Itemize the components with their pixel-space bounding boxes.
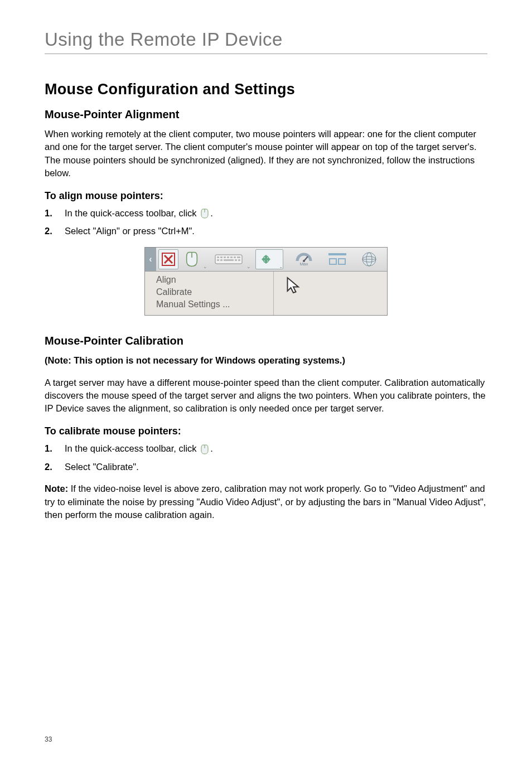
mouse-icon [201, 209, 209, 219]
close-icon [161, 252, 176, 267]
svg-rect-25 [330, 259, 336, 264]
step-text-post: . [210, 443, 213, 453]
step-number: 1. [45, 206, 65, 220]
video-adjust-icon [258, 253, 274, 266]
menu-item-manual-settings[interactable]: Manual Settings ... [145, 298, 273, 311]
svg-rect-11 [234, 256, 236, 258]
performance-icon [296, 252, 312, 262]
svg-rect-14 [220, 259, 223, 261]
mouse-icon [201, 444, 209, 454]
align-steps-list: 1. In the quick-access toolbar, click . … [45, 206, 487, 239]
mouse-settings-button[interactable]: ⌄ [183, 249, 207, 269]
header-divider [45, 54, 487, 54]
step-number: 1. [45, 442, 65, 456]
svg-rect-8 [224, 256, 226, 258]
fullscreen-button[interactable] [325, 249, 354, 269]
svg-rect-7 [220, 256, 223, 258]
svg-rect-10 [230, 256, 233, 258]
svg-rect-24 [328, 253, 346, 255]
alignment-heading: Mouse-Pointer Alignment [45, 108, 487, 121]
note-label: Note: [45, 483, 68, 493]
chevron-down-icon: ⌄ [279, 264, 283, 269]
calibrate-step-1: 1. In the quick-access toolbar, click . [45, 442, 487, 456]
calibration-note-bold: (Note: This option is not necessary for … [45, 354, 487, 367]
collapse-handle-icon[interactable]: ‹ [145, 248, 156, 271]
keyboard-icon [215, 253, 243, 265]
align-steps-heading: To align mouse pointers: [45, 190, 487, 202]
step-number: 2. [45, 460, 65, 474]
menu-item-align[interactable]: Align [145, 274, 273, 286]
step-text: Select "Align" or press "Ctrl+M". [65, 224, 195, 238]
align-step-2: 2. Select "Align" or press "Ctrl+M". [45, 224, 487, 238]
step-text-pre: In the quick-access toolbar, click [65, 208, 199, 218]
alignment-paragraph: When working remotely at the client comp… [45, 128, 487, 180]
menu-item-calibrate[interactable]: Calibrate [145, 286, 273, 298]
step-number: 2. [45, 224, 65, 238]
globe-icon [361, 251, 378, 268]
performance-button[interactable]: Max [288, 249, 320, 269]
note-body: If the video-noise level is above zero, … [45, 483, 486, 520]
calibrate-step-2: 2. Select "Calibrate". [45, 460, 487, 474]
svg-rect-13 [217, 259, 219, 261]
quick-access-toolbar: ‹ ⌄ [145, 248, 387, 272]
chevron-down-icon: ⌄ [203, 264, 207, 269]
svg-rect-17 [238, 259, 240, 261]
svg-rect-16 [235, 259, 237, 261]
svg-rect-12 [237, 256, 240, 258]
mouse-dropdown-menu: Align Calibrate Manual Settings ... [145, 272, 387, 315]
step-text-post: . [210, 208, 213, 218]
svg-rect-26 [338, 259, 345, 264]
calibration-heading: Mouse-Pointer Calibration [45, 335, 487, 347]
toolbar-figure: ‹ ⌄ [45, 247, 487, 316]
section-header: Using the Remote IP Device [45, 29, 487, 50]
close-session-button[interactable] [158, 249, 178, 269]
fullscreen-icon [327, 252, 347, 267]
cursor-icon [285, 276, 302, 296]
page-number: 33 [45, 735, 52, 743]
calibrate-steps-heading: To calibrate mouse pointers: [45, 425, 487, 437]
network-button[interactable] [358, 249, 385, 269]
mouse-icon [186, 251, 198, 267]
calibration-paragraph: A target server may have a different mou… [45, 376, 487, 415]
calibration-footnote: Note: If the video-noise level is above … [45, 482, 487, 521]
step-text: Select "Calibrate". [65, 460, 139, 474]
performance-label: Max [299, 262, 308, 267]
align-step-1: 1. In the quick-access toolbar, click . [45, 206, 487, 220]
svg-rect-6 [217, 256, 219, 258]
calibrate-steps-list: 1. In the quick-access toolbar, click . … [45, 442, 487, 474]
svg-rect-9 [227, 256, 229, 258]
step-text-pre: In the quick-access toolbar, click [65, 443, 199, 453]
video-adjust-button[interactable]: ⌄ [255, 249, 283, 269]
svg-rect-15 [224, 259, 234, 261]
page-title: Mouse Configuration and Settings [45, 81, 487, 98]
chevron-down-icon: ⌄ [246, 264, 251, 269]
keyboard-settings-button[interactable]: ⌄ [212, 249, 251, 269]
